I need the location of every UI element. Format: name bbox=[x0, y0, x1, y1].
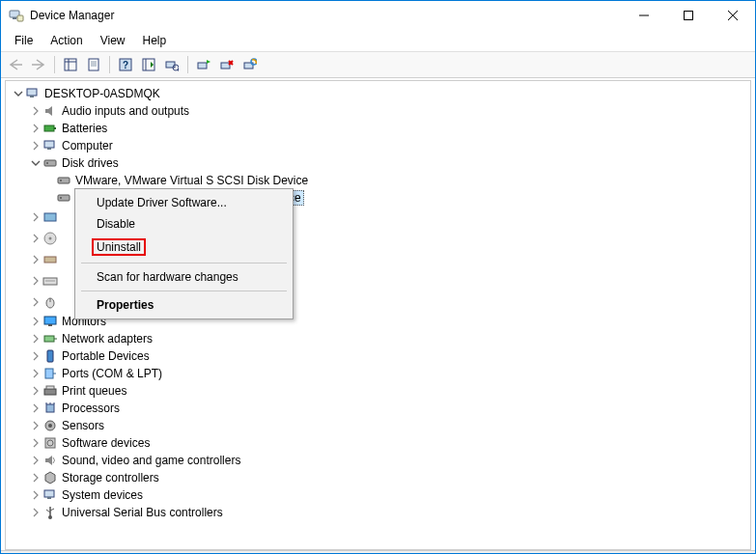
expand-icon[interactable] bbox=[29, 297, 42, 307]
tree-device-item[interactable]: VMware, VMware Virtual S SCSI Disk Devic… bbox=[8, 172, 748, 189]
menubar: File Action View Help bbox=[1, 30, 755, 51]
window-title: Device Manager bbox=[30, 9, 622, 22]
expand-icon[interactable] bbox=[29, 234, 42, 243]
svg-rect-56 bbox=[46, 386, 54, 389]
svg-rect-57 bbox=[46, 404, 54, 412]
tree-category[interactable]: Ports (COM & LPT) bbox=[8, 365, 748, 382]
expand-icon[interactable] bbox=[29, 490, 42, 500]
tree-category-disk[interactable]: Disk drives bbox=[8, 154, 748, 172]
svg-rect-38 bbox=[58, 195, 70, 201]
ctx-properties[interactable]: Properties bbox=[77, 294, 291, 316]
svg-text:?: ? bbox=[123, 60, 128, 70]
tree-category[interactable]: Sensors bbox=[8, 417, 748, 434]
help-toolbar-button[interactable]: ? bbox=[115, 54, 136, 75]
tree-category[interactable]: Print queues bbox=[8, 382, 748, 400]
collapse-icon[interactable] bbox=[29, 158, 42, 168]
expand-icon[interactable] bbox=[29, 508, 42, 517]
expand-icon[interactable] bbox=[29, 456, 42, 465]
tree-category[interactable]: Computer bbox=[8, 137, 748, 154]
tree-category[interactable]: Processors bbox=[8, 400, 748, 417]
forward-button[interactable] bbox=[28, 54, 49, 75]
tree-category[interactable]: Audio inputs and outputs bbox=[8, 102, 748, 120]
expand-icon[interactable] bbox=[29, 369, 42, 378]
expand-icon[interactable] bbox=[29, 473, 42, 483]
device-label: VMware, VMware Virtual S SCSI Disk Devic… bbox=[75, 174, 308, 187]
expand-icon[interactable] bbox=[29, 212, 42, 222]
close-button[interactable] bbox=[711, 1, 755, 30]
tree-category[interactable]: Software devices bbox=[8, 434, 748, 452]
tree-category[interactable]: Portable Devices bbox=[8, 347, 748, 365]
statusbar: Launches the Update Driver Software Wiza… bbox=[1, 550, 755, 554]
category-label: Universal Serial Bus controllers bbox=[62, 506, 223, 519]
category-label: System devices bbox=[62, 488, 143, 502]
svg-point-42 bbox=[49, 237, 52, 240]
svg-rect-2 bbox=[17, 15, 23, 21]
collapse-icon[interactable] bbox=[12, 89, 25, 98]
tree-category[interactable]: Network adapters bbox=[8, 330, 748, 347]
svg-point-35 bbox=[46, 162, 48, 164]
svg-rect-52 bbox=[47, 350, 53, 362]
ctx-disable[interactable]: Disable bbox=[77, 213, 291, 235]
svg-rect-36 bbox=[58, 178, 70, 183]
svg-rect-28 bbox=[27, 89, 37, 96]
expand-icon[interactable] bbox=[29, 317, 42, 326]
category-label: Storage controllers bbox=[62, 471, 159, 485]
printer-icon bbox=[42, 383, 58, 399]
tree-category[interactable]: Universal Serial Bus controllers bbox=[8, 504, 748, 521]
toolbar-separator bbox=[54, 56, 55, 73]
menu-help[interactable]: Help bbox=[135, 32, 175, 49]
tree-root[interactable]: DESKTOP-0ASDMQK bbox=[8, 85, 748, 102]
portable-icon bbox=[42, 348, 58, 364]
expand-icon[interactable] bbox=[29, 421, 42, 430]
minimize-button[interactable] bbox=[622, 1, 666, 30]
computer-category-icon bbox=[42, 138, 58, 153]
svg-line-21 bbox=[178, 69, 179, 71]
svg-rect-7 bbox=[65, 59, 76, 70]
scan-hardware-button[interactable] bbox=[161, 54, 182, 75]
toolbar-separator bbox=[109, 56, 110, 73]
expand-icon[interactable] bbox=[29, 106, 42, 116]
expand-icon[interactable] bbox=[29, 403, 42, 413]
expand-icon[interactable] bbox=[29, 351, 42, 361]
expand-icon[interactable] bbox=[29, 141, 42, 151]
menu-file[interactable]: File bbox=[7, 32, 41, 49]
disable-toolbar-button[interactable] bbox=[239, 54, 261, 75]
show-hide-tree-button[interactable] bbox=[60, 54, 81, 75]
expand-icon[interactable] bbox=[29, 386, 42, 396]
expand-icon[interactable] bbox=[29, 124, 42, 133]
disk-icon bbox=[56, 190, 71, 206]
svg-rect-40 bbox=[44, 213, 56, 221]
back-button[interactable] bbox=[5, 54, 26, 75]
category-label: Computer bbox=[62, 139, 113, 152]
action-toolbar-button[interactable] bbox=[138, 54, 159, 75]
port-icon bbox=[42, 366, 58, 381]
expand-icon[interactable] bbox=[29, 438, 42, 448]
menu-action[interactable]: Action bbox=[42, 32, 90, 49]
expand-icon[interactable] bbox=[29, 276, 42, 286]
expand-icon[interactable] bbox=[29, 334, 42, 344]
update-driver-toolbar-button[interactable] bbox=[193, 54, 214, 75]
svg-rect-34 bbox=[44, 160, 56, 166]
uninstall-toolbar-button[interactable] bbox=[216, 54, 238, 75]
ctx-uninstall[interactable]: Uninstall bbox=[77, 235, 291, 260]
usb-icon bbox=[42, 505, 58, 520]
svg-rect-1 bbox=[13, 17, 16, 19]
monitor-icon bbox=[42, 314, 58, 329]
tree-category[interactable]: Batteries bbox=[8, 120, 748, 137]
sound-icon bbox=[42, 453, 58, 468]
expand-icon[interactable] bbox=[29, 255, 42, 264]
category-label: Batteries bbox=[62, 122, 107, 135]
maximize-button[interactable] bbox=[666, 1, 711, 30]
ctx-update-driver[interactable]: Update Driver Software... bbox=[77, 192, 291, 213]
window-controls bbox=[622, 1, 755, 30]
tree-category[interactable]: System devices bbox=[8, 486, 748, 504]
svg-rect-66 bbox=[47, 497, 51, 499]
ctx-scan[interactable]: Scan for hardware changes bbox=[77, 266, 291, 288]
svg-rect-55 bbox=[44, 389, 56, 395]
menu-view[interactable]: View bbox=[93, 32, 133, 49]
keyboard-icon bbox=[42, 273, 58, 289]
tree-category[interactable]: Storage controllers bbox=[8, 469, 748, 486]
properties-toolbar-button[interactable] bbox=[83, 54, 104, 75]
tree-category[interactable]: Sound, video and game controllers bbox=[8, 452, 748, 469]
tree-root-label: DESKTOP-0ASDMQK bbox=[44, 87, 160, 100]
